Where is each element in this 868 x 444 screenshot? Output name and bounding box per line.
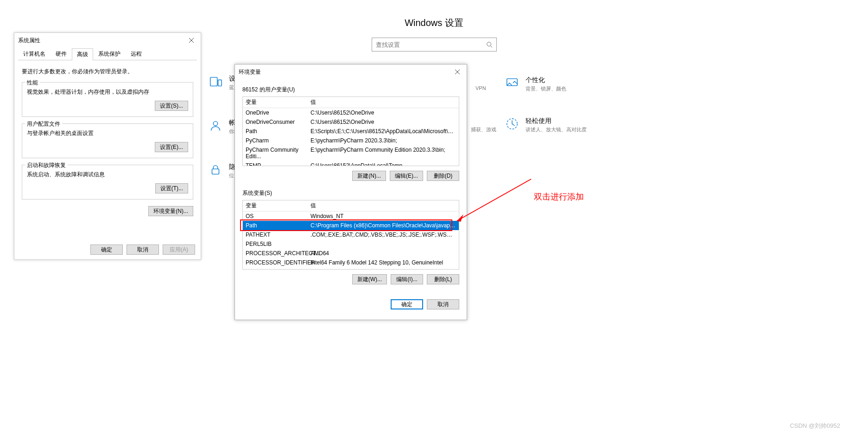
user-edit-button[interactable]: 编辑(E)... <box>390 171 423 181</box>
sp-ok-button[interactable]: 确定 <box>90 245 123 255</box>
tab-system-protection[interactable]: 系统保护 <box>93 48 126 60</box>
var-value: C:\Program Files (x86)\Common Files\Orac… <box>308 221 459 230</box>
svg-rect-5 <box>212 169 219 174</box>
var-name: PyCharm <box>243 136 308 145</box>
list-row[interactable]: PERL5LIB <box>243 239 459 249</box>
var-value: C:\Users\86152\AppData\Local\Temp <box>308 161 459 166</box>
close-icon <box>189 38 194 43</box>
environment-variables-button[interactable]: 环境变量(N)... <box>148 206 193 216</box>
list-row[interactable]: PathC:\Program Files (x86)\Common Files\… <box>243 221 459 230</box>
list-row[interactable]: TEMPC:\Users\86152\AppData\Local\Temp <box>243 161 459 166</box>
sys-delete-button[interactable]: 删除(L) <box>427 274 459 284</box>
var-name: OS <box>243 212 308 221</box>
list-row[interactable]: PyCharm Community Editi...E:\pycharm\PyC… <box>243 145 459 161</box>
svg-point-0 <box>487 42 491 46</box>
sys-edit-button[interactable]: 编辑(I)... <box>391 274 423 284</box>
var-name: PROCESSOR_IDENTIFIER <box>243 258 308 267</box>
var-value: C:\Users\86152\OneDrive <box>308 117 459 127</box>
list-row[interactable]: PyCharmE:\pycharm\PyCharm 2020.3.3\bin; <box>243 136 459 145</box>
watermark: CSDN @刘帅0952 <box>790 422 840 430</box>
tile-label: 轻松使用 <box>526 117 587 125</box>
devices-icon <box>209 75 222 89</box>
svg-point-4 <box>213 122 217 126</box>
list-row[interactable]: OneDriveConsumerC:\Users\86152\OneDrive <box>243 117 459 127</box>
sp-close-button[interactable] <box>186 36 197 45</box>
var-value: Windows_NT <box>308 212 459 221</box>
performance-legend: 性能 <box>25 79 40 87</box>
var-name: TEMP <box>243 161 308 166</box>
user-vars-label: 86152 的用户变量(U) <box>242 86 459 94</box>
var-value: .COM;.EXE;.BAT;.CMD;.VBS;.VBE;.JS;.JSE;.… <box>308 230 459 239</box>
col-variable: 变量 <box>243 97 308 108</box>
startup-recovery-group: 启动和故障恢复 系统启动、系统故障和调试信息 设置(T)... <box>22 165 193 199</box>
svg-rect-2 <box>210 77 217 86</box>
var-value: C:\Users\86152\OneDrive <box>308 108 459 117</box>
list-row[interactable]: PROCESSOR_ARCHITECT...AMD64 <box>243 249 459 258</box>
col-variable: 变量 <box>243 200 308 211</box>
var-name: PROCESSOR_ARCHITECT... <box>243 249 308 258</box>
env-title: 环境变量 <box>239 68 261 76</box>
startup-settings-button[interactable]: 设置(T)... <box>155 183 188 193</box>
env-cancel-button[interactable]: 取消 <box>427 299 459 309</box>
var-value: E:\pycharm\PyCharm 2020.3.3\bin; <box>308 136 459 145</box>
var-name: PyCharm Community Editi... <box>243 145 308 161</box>
var-name: Path <box>243 127 308 136</box>
performance-settings-button[interactable]: 设置(S)... <box>155 101 188 111</box>
personalization-icon <box>505 76 519 90</box>
tile-ease-of-access[interactable]: 轻松使用讲述人、放大镜、高对比度 <box>505 117 587 133</box>
tab-remote[interactable]: 远程 <box>126 48 147 60</box>
sp-apply-button[interactable]: 应用(A) <box>163 245 195 255</box>
col-value: 值 <box>308 97 459 108</box>
close-icon <box>455 70 460 74</box>
system-variables-list[interactable]: 变量 值 OSWindows_NTPathC:\Program Files (x… <box>242 200 459 270</box>
list-header: 变量 值 <box>243 97 459 108</box>
var-name: OneDriveConsumer <box>243 117 308 127</box>
capture-fragment: 捕获、游戏 <box>471 126 496 133</box>
tile-personalization[interactable]: 个性化背景、锁屏、颜色 <box>505 76 566 92</box>
var-name: PERL5LIB <box>243 239 308 249</box>
sys-vars-label: 系统变量(S) <box>242 189 459 197</box>
environment-variables-dialog: 环境变量 86152 的用户变量(U) 变量 值 OneDriveC:\User… <box>234 64 467 320</box>
sys-new-button[interactable]: 新建(W)... <box>352 274 387 284</box>
list-row[interactable]: PROCESSOR_IDENTIFIERIntel64 Family 6 Mod… <box>243 258 459 267</box>
env-close-button[interactable] <box>452 67 463 77</box>
startup-legend: 启动和故障恢复 <box>25 161 68 169</box>
sp-title: 系统属性 <box>18 37 40 45</box>
var-value: 6 <box>308 267 459 270</box>
var-name: PATHEXT <box>243 230 308 239</box>
sp-tabs: 计算机名 硬件 高级 系统保护 远程 <box>18 48 197 60</box>
settings-search-box[interactable] <box>372 38 497 51</box>
profiles-desc: 与登录帐户相关的桌面设置 <box>27 129 188 137</box>
tile-sub: 讲述人、放大镜、高对比度 <box>526 126 587 133</box>
list-row[interactable]: PATHEXT.COM;.EXE;.BAT;.CMD;.VBS;.VBE;.JS… <box>243 230 459 239</box>
col-value: 值 <box>308 200 459 211</box>
user-profiles-group: 用户配置文件 与登录帐户相关的桌面设置 设置(E)... <box>22 123 193 158</box>
settings-search-input[interactable] <box>376 41 486 48</box>
var-value: Intel64 Family 6 Model 142 Stepping 10, … <box>308 258 459 267</box>
var-value: E:\pycharm\PyCharm Community Edition 202… <box>308 145 459 161</box>
profiles-settings-button[interactable]: 设置(E)... <box>155 142 188 152</box>
privacy-icon <box>209 163 222 177</box>
list-row[interactable]: PathE:\Scripts\;E:\;C:\Users\86152\AppDa… <box>243 127 459 136</box>
list-row[interactable]: PROCESSOR_LEVEL6 <box>243 267 459 270</box>
var-value: AMD64 <box>308 249 459 258</box>
vpn-fragment: VPN <box>475 85 486 91</box>
annotation-text: 双击进行添加 <box>534 191 584 202</box>
user-variables-list[interactable]: 变量 值 OneDriveC:\Users\86152\OneDriveOneD… <box>242 97 459 166</box>
tile-sub: 背景、锁屏、颜色 <box>526 85 566 92</box>
tab-hardware[interactable]: 硬件 <box>51 48 72 60</box>
user-delete-button[interactable]: 删除(D) <box>427 171 459 181</box>
search-icon <box>486 41 493 48</box>
sp-admin-note: 要进行大多数更改，你必须作为管理员登录。 <box>22 68 193 76</box>
var-name: Path <box>243 221 308 230</box>
performance-group: 性能 视觉效果，处理器计划，内存使用，以及虚拟内存 设置(S)... <box>22 82 193 117</box>
system-properties-dialog: 系统属性 计算机名 硬件 高级 系统保护 远程 要进行大多数更改，你必须作为管理… <box>14 32 201 260</box>
tab-computer-name[interactable]: 计算机名 <box>18 48 51 60</box>
profiles-legend: 用户配置文件 <box>25 120 62 128</box>
sp-cancel-button[interactable]: 取消 <box>127 245 159 255</box>
list-row[interactable]: OneDriveC:\Users\86152\OneDrive <box>243 108 459 117</box>
user-new-button[interactable]: 新建(N)... <box>352 171 386 181</box>
tab-advanced[interactable]: 高级 <box>72 48 93 60</box>
list-row[interactable]: OSWindows_NT <box>243 212 459 221</box>
env-ok-button[interactable]: 确定 <box>391 299 423 309</box>
